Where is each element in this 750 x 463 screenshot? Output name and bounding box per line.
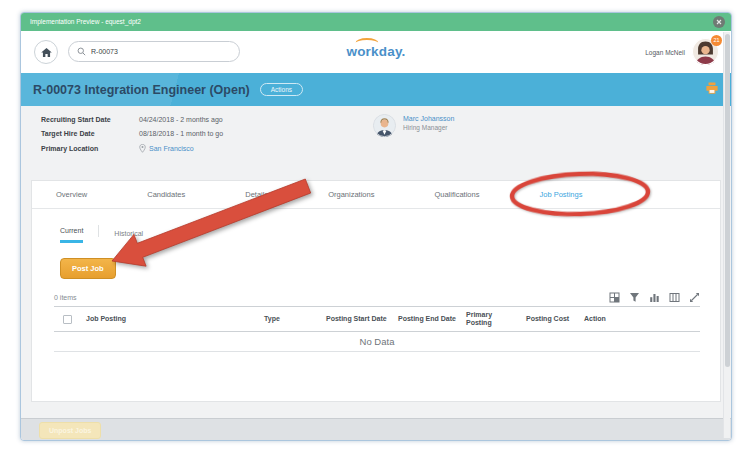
export-grid-icon[interactable] xyxy=(609,292,620,303)
hiring-manager-name[interactable]: Marc Johansson xyxy=(403,115,454,122)
hiring-manager-block: Marc Johansson Hiring Manager xyxy=(373,114,454,137)
tab-organizations[interactable]: Organizations xyxy=(328,190,374,199)
requisition-content: Recruiting Start Date 04/24/2018 - 2 mon… xyxy=(21,106,731,418)
field-label: Primary Location xyxy=(41,145,139,152)
expand-icon[interactable] xyxy=(689,292,700,303)
tab-qualifications[interactable]: Qualifications xyxy=(434,190,479,199)
col-posting-cost: Posting Cost xyxy=(522,307,580,332)
field-value: 04/24/2018 - 2 months ago xyxy=(139,116,223,123)
sub-tabs: Current Historical xyxy=(60,217,720,243)
scrollbar-thumb[interactable] xyxy=(725,34,730,367)
global-header: workday. Logan McNeil 21 xyxy=(21,31,731,73)
requisition-card: Overview Candidates Details Organization… xyxy=(31,180,721,402)
home-button[interactable] xyxy=(34,40,58,64)
primary-location-link[interactable]: San Francisco xyxy=(149,145,194,152)
app-window: Implementation Preview - equest_dpt2 wor… xyxy=(20,12,732,441)
vertical-scrollbar[interactable] xyxy=(723,32,730,438)
field-row: Recruiting Start Date 04/24/2018 - 2 mon… xyxy=(41,116,223,123)
post-job-button[interactable]: Post Job xyxy=(60,258,116,279)
subtab-historical[interactable]: Historical xyxy=(114,230,143,243)
close-icon xyxy=(716,19,722,25)
home-icon xyxy=(40,46,53,59)
actions-button[interactable]: Actions xyxy=(260,83,303,96)
col-action: Action xyxy=(580,307,700,332)
items-count: 0 items xyxy=(54,294,77,301)
print-button[interactable] xyxy=(705,81,719,99)
col-job-posting: Job Posting xyxy=(82,307,260,332)
col-posting-end-date: Posting End Date xyxy=(394,307,462,332)
tab-details[interactable]: Details xyxy=(245,190,268,199)
implementation-preview-banner: Implementation Preview - equest_dpt2 xyxy=(21,13,731,31)
field-label: Recruiting Start Date xyxy=(41,116,139,123)
hiring-manager-avatar[interactable] xyxy=(373,114,396,137)
no-data-row: No Data xyxy=(54,332,700,352)
summary-fields: Recruiting Start Date 04/24/2018 - 2 mon… xyxy=(41,116,223,160)
table-header-row: Job Posting Type Posting Start Date Post… xyxy=(54,307,700,332)
chart-icon[interactable] xyxy=(649,292,660,303)
search-input[interactable] xyxy=(91,48,211,55)
footer-bar: Unpost Jobs xyxy=(21,418,731,441)
close-banner-button[interactable] xyxy=(713,16,725,28)
requisition-title-bar: R-00073 Integration Engineer (Open) Acti… xyxy=(21,73,731,106)
subtab-current[interactable]: Current xyxy=(60,227,83,243)
columns-icon[interactable] xyxy=(669,292,680,303)
workday-logo-arc xyxy=(355,38,378,48)
subtab-divider xyxy=(98,225,99,237)
job-postings-table: Job Posting Type Posting Start Date Post… xyxy=(54,306,700,352)
field-value: 08/18/2018 - 1 month to go xyxy=(139,130,223,137)
banner-title: Implementation Preview - equest_dpt2 xyxy=(30,18,141,25)
field-row: Primary Location San Francisco xyxy=(41,144,223,153)
col-primary-posting: Primary Posting xyxy=(462,307,522,332)
no-data-text: No Data xyxy=(54,332,700,352)
filter-icon[interactable] xyxy=(629,292,640,303)
page-title: R-00073 Integration Engineer (Open) xyxy=(33,83,250,97)
tab-candidates[interactable]: Candidates xyxy=(147,190,185,199)
main-tabs: Overview Candidates Details Organization… xyxy=(32,181,720,209)
workday-logo: workday. xyxy=(346,44,405,59)
field-label: Target Hire Date xyxy=(41,130,139,137)
location-pin-icon xyxy=(139,144,146,153)
unpost-jobs-button[interactable]: Unpost Jobs xyxy=(39,422,101,439)
grid-toolbar: 0 items xyxy=(54,292,700,303)
printer-icon xyxy=(705,82,719,95)
hiring-manager-role: Hiring Manager xyxy=(403,124,454,131)
tab-overview[interactable]: Overview xyxy=(56,190,87,199)
col-type: Type xyxy=(260,307,322,332)
col-posting-start-date: Posting Start Date xyxy=(322,307,394,332)
global-search[interactable] xyxy=(68,41,240,62)
user-name: Logan McNeil xyxy=(645,49,685,56)
search-icon xyxy=(77,47,86,56)
tab-job-postings[interactable]: Job Postings xyxy=(539,190,582,199)
notification-badge[interactable]: 21 xyxy=(711,35,722,46)
field-row: Target Hire Date 08/18/2018 - 1 month to… xyxy=(41,130,223,137)
user-avatar[interactable]: 21 xyxy=(692,38,719,65)
select-all-checkbox[interactable] xyxy=(63,315,72,324)
